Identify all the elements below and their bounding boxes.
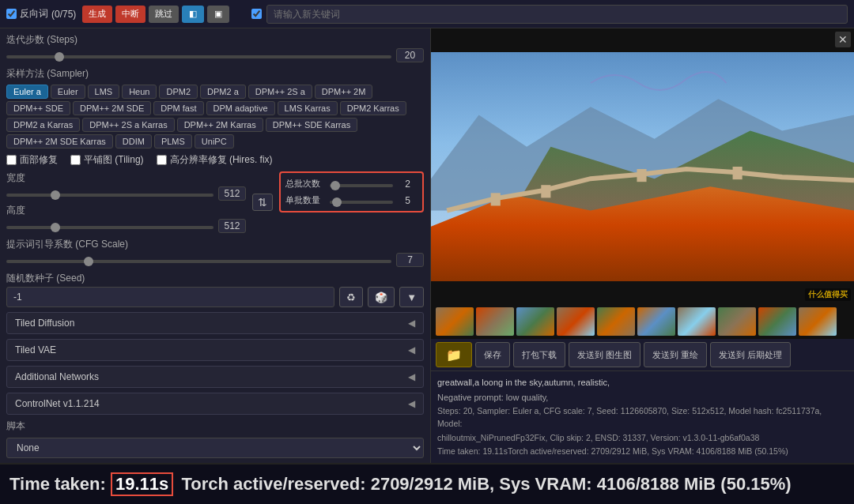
sampler-plms[interactable]: PLMS xyxy=(154,134,192,149)
thumbnail-8[interactable] xyxy=(718,307,756,336)
seed-label: 随机数种子 (Seed) xyxy=(6,272,424,285)
sampler-dpm2akarras[interactable]: DPM2 a Karras xyxy=(6,118,80,132)
generate-btn[interactable]: 生成 xyxy=(82,6,112,23)
face-fix-label: 面部修复 xyxy=(20,153,58,167)
seed-input[interactable] xyxy=(6,287,334,307)
save-btn[interactable]: 保存 xyxy=(475,342,510,367)
width-section: 宽度 512 xyxy=(6,171,246,201)
sampler-dpmpp2m[interactable]: DPM++ 2M xyxy=(315,85,373,99)
batch-total-slider[interactable] xyxy=(330,184,393,187)
batch-size-value: 5 xyxy=(398,195,418,206)
sampler-dpmpp2sa[interactable]: DPM++ 2S a xyxy=(248,85,312,99)
image-info-area: greatwall,a loong in the sky,autumn, rea… xyxy=(431,370,854,463)
additional-networks-arrow: ◀ xyxy=(408,371,415,382)
cfg-section: 提示词引导系数 (CFG Scale) 7 xyxy=(6,238,424,267)
mode-btn1[interactable]: ◧ xyxy=(182,6,204,23)
thumbnail-3[interactable] xyxy=(516,307,554,336)
hires-fix-checkbox[interactable]: 高分辨率修复 (Hires. fix) xyxy=(157,153,273,167)
height-slider[interactable] xyxy=(6,226,214,229)
sampler-unipc[interactable]: UniPC xyxy=(195,134,234,149)
sampler-dpm2[interactable]: DPM2 xyxy=(159,85,198,99)
seed-recycle-btn[interactable]: ♻ xyxy=(339,287,363,307)
folder-btn[interactable]: 📁 xyxy=(436,342,472,367)
thumbnail-9[interactable] xyxy=(758,307,796,336)
accordion-tiled-diffusion[interactable]: Tiled Diffusion ◀ xyxy=(6,312,424,334)
sampler-dpmpp2sakarras[interactable]: DPM++ 2S a Karras xyxy=(82,118,174,132)
script-select[interactable]: None xyxy=(6,438,424,458)
sampler-euler-a[interactable]: Euler a xyxy=(6,85,48,99)
action-buttons: 📁 保存 打包下载 发送到 图生图 发送到 重绘 发送到 后期处理 xyxy=(431,339,854,370)
sampler-heun[interactable]: Heun xyxy=(122,85,157,99)
sampler-euler[interactable]: Euler xyxy=(51,85,85,99)
seed-extra-btn[interactable]: ▼ xyxy=(399,287,424,307)
swap-wh-btn[interactable]: ⇅ xyxy=(252,194,273,211)
sampler-dpmsde[interactable]: DPM++ SDE xyxy=(6,101,70,115)
accordion-tiled-vae[interactable]: Tiled VAE ◀ xyxy=(6,339,424,361)
height-value: 512 xyxy=(218,219,246,233)
batch-size-slider[interactable] xyxy=(330,201,393,204)
width-slider[interactable] xyxy=(6,194,214,197)
sampler-dpmfast[interactable]: DPM fast xyxy=(153,101,203,115)
wh-batch-row: 宽度 512 高度 xyxy=(6,171,424,233)
svg-rect-7 xyxy=(733,167,743,179)
batch-box: 总批次数 2 单批数量 5 xyxy=(279,171,424,213)
wh-col: 宽度 512 高度 xyxy=(6,171,246,233)
interrupt-btn[interactable]: 中断 xyxy=(115,6,145,23)
seed-random-btn[interactable]: 🎲 xyxy=(368,287,395,307)
image-info-params: Steps: 20, Sampler: Euler a, CFG scale: … xyxy=(437,405,848,431)
cfg-slider[interactable] xyxy=(6,260,391,263)
svg-rect-4 xyxy=(491,193,501,205)
batch-total-slider-container xyxy=(330,179,393,190)
search-enable-checkbox[interactable] xyxy=(251,9,262,19)
sampler-row-4: DPM++ 2M SDE Karras DDIM PLMS UniPC xyxy=(6,134,424,149)
tiled-vae-label: Tiled VAE xyxy=(15,344,56,355)
svg-rect-6 xyxy=(637,169,646,182)
content-area: 迭代步数 (Steps) 20 采样方法 (Sampler) Euler a E… xyxy=(0,28,854,463)
image-info-negative: Negative prompt: low quality, xyxy=(437,391,848,404)
batch-size-row: 单批数量 5 xyxy=(285,194,418,206)
status-rest: Torch active/reserved: 2709/2912 MiB, Sy… xyxy=(181,474,791,495)
send-inpaint-btn[interactable]: 发送到 重绘 xyxy=(644,342,707,367)
tiled-vae-arrow: ◀ xyxy=(408,344,415,355)
send-extras-btn[interactable]: 发送到 后期处理 xyxy=(710,342,791,367)
thumbnail-6[interactable] xyxy=(637,307,675,336)
accordion-controlnet[interactable]: ControlNet v1.1.214 ◀ xyxy=(6,393,424,415)
mode-btn2[interactable]: ▣ xyxy=(207,6,229,23)
sampler-lmskarras[interactable]: LMS Karras xyxy=(278,101,338,115)
thumbnail-5[interactable] xyxy=(597,307,635,336)
thumbnail-1[interactable] xyxy=(436,307,474,336)
batch-total-value: 2 xyxy=(398,179,418,190)
sampler-dpmpp2msdekarras[interactable]: DPM++ 2M SDE Karras xyxy=(6,134,113,149)
thumbnail-2[interactable] xyxy=(476,307,514,336)
reverse-word-label: 反向词 xyxy=(20,7,48,21)
image-display: ✕ 什么值得买 xyxy=(431,28,854,304)
seed-row: ♻ 🎲 ▼ xyxy=(6,287,424,307)
sampler-dpm2a[interactable]: DPM2 a xyxy=(200,85,246,99)
face-fix-checkbox[interactable]: 面部修复 xyxy=(6,153,58,167)
sampler-lms[interactable]: LMS xyxy=(88,85,120,99)
tiling-checkbox[interactable]: 平铺图 (Tiling) xyxy=(70,153,144,167)
sampler-dpm2msde[interactable]: DPM++ 2M SDE xyxy=(73,101,151,115)
script-section: 脚本 None xyxy=(6,419,424,458)
script-label: 脚本 xyxy=(6,419,424,433)
sampler-dpmadaptive[interactable]: DPM adaptive xyxy=(206,101,275,115)
close-image-btn[interactable]: ✕ xyxy=(835,32,851,47)
thumbnail-4[interactable] xyxy=(557,307,595,336)
height-section: 高度 512 xyxy=(6,204,246,233)
package-btn[interactable]: 打包下载 xyxy=(513,342,565,367)
reverse-word-checkbox[interactable] xyxy=(6,9,17,19)
steps-slider[interactable] xyxy=(6,55,391,58)
sampler-dppmsdekarras[interactable]: DPM++ SDE Karras xyxy=(266,118,357,132)
sampler-dpmpp2mkarras[interactable]: DPM++ 2M Karras xyxy=(177,118,263,132)
sampler-ddim[interactable]: DDIM xyxy=(115,134,152,149)
skip-btn[interactable]: 跳过 xyxy=(149,6,179,23)
send-img2img-btn[interactable]: 发送到 图生图 xyxy=(569,342,640,367)
height-slider-container xyxy=(6,220,214,231)
accordion-additional-networks[interactable]: Additional Networks ◀ xyxy=(6,366,424,388)
sampler-label: 采样方法 (Sampler) xyxy=(6,67,424,81)
search-input[interactable] xyxy=(266,5,848,24)
thumbnail-10[interactable] xyxy=(799,307,837,336)
thumbnail-7[interactable] xyxy=(678,307,716,336)
sampler-dpm2karras[interactable]: DPM2 Karras xyxy=(340,101,406,115)
sampler-row-1: Euler a Euler LMS Heun DPM2 DPM2 a DPM++… xyxy=(6,85,424,99)
